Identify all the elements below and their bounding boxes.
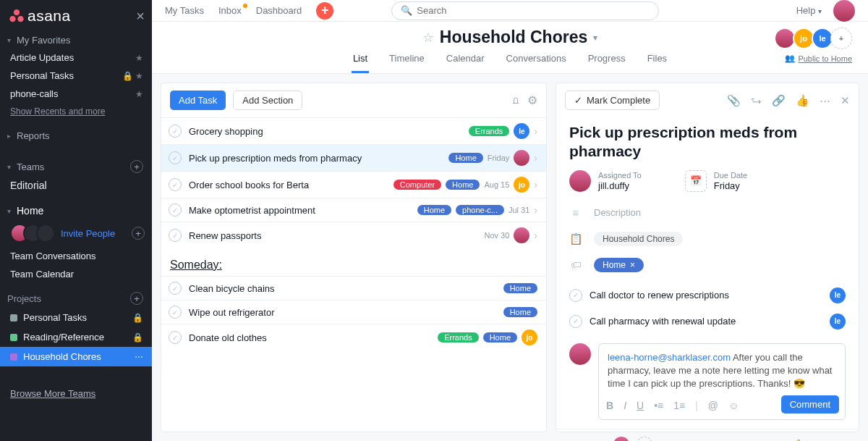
assignee-avatar[interactable] [514, 227, 529, 243]
more-actions-icon[interactable]: ⋯ [820, 94, 830, 107]
project-chip[interactable]: Household Chores [594, 232, 683, 246]
user-avatar[interactable] [833, 0, 855, 22]
project-tab-progress[interactable]: Progress [587, 53, 627, 73]
assignee-avatar[interactable]: le [514, 123, 529, 139]
sort-settings-icon[interactable]: ⚙ [527, 93, 537, 107]
task-row[interactable]: ✓ Make optometrist appointment Homephone… [161, 198, 546, 222]
complete-toggle[interactable]: ✓ [169, 125, 182, 138]
add-project-button[interactable]: + [130, 292, 143, 305]
numbered-list-icon[interactable]: 1≡ [673, 399, 685, 413]
sidebar-teams-header[interactable]: ▾Teams + [0, 154, 152, 176]
complete-toggle[interactable]: ✓ [169, 178, 182, 191]
tag-pill[interactable]: phone-c... [456, 205, 504, 215]
help-menu[interactable]: Help ▾ [796, 5, 822, 16]
sidebar-favorites-header[interactable]: ▾My Favorites [0, 29, 152, 49]
star-project-button[interactable]: ☆ [422, 30, 434, 46]
sidebar-favorite-item[interactable]: phone-calls★ [0, 85, 152, 103]
comment-textarea[interactable]: leena-horne@sharklaser.com After you cal… [598, 343, 846, 421]
close-detail-icon[interactable]: ✕ [841, 94, 850, 107]
sidebar-favorite-item[interactable]: Article Updates★ [0, 49, 152, 67]
add-task-button[interactable]: Add Task [170, 91, 226, 110]
project-tab-calendar[interactable]: Calendar [445, 53, 486, 73]
task-row[interactable]: ✓ Pick up prescription meds from pharmac… [161, 144, 546, 171]
task-row[interactable]: ✓ Clean bicycle chains Home [161, 276, 546, 300]
complete-toggle[interactable]: ✓ [169, 229, 182, 242]
section-someday-header[interactable]: Someday: [161, 248, 546, 276]
mention-icon[interactable]: @ [708, 399, 718, 413]
complete-toggle[interactable]: ✓ [569, 315, 582, 328]
add-follower-button[interactable]: + [637, 437, 652, 441]
tag-pill[interactable]: Home [483, 332, 517, 343]
nav-inbox[interactable]: Inbox [218, 5, 242, 16]
project-visibility[interactable]: 👥 Public to Home [785, 54, 852, 63]
sidebar-team-home-header[interactable]: ▾Home [0, 199, 152, 219]
project-tab-conversations[interactable]: Conversations [505, 53, 568, 73]
tag-pill[interactable]: Errands [438, 332, 479, 343]
add-member-button[interactable]: + [132, 227, 145, 240]
like-icon[interactable]: 👍 [796, 94, 809, 107]
task-row[interactable]: ✓ Renew passports Nov 30› [161, 222, 546, 248]
underline-icon[interactable]: U [637, 399, 644, 413]
subtask-icon[interactable]: ⮑ [751, 94, 762, 107]
assignee-filter-icon[interactable]: ⩍ [513, 93, 519, 107]
sidebar-team-editorial[interactable]: Editorial [0, 176, 152, 195]
sidebar-projects-header[interactable]: Projects + [0, 286, 152, 308]
sidebar-project-item[interactable]: Household Chores⋯ [0, 347, 152, 366]
task-row[interactable]: ✓ Grocery shopping Errandsle› [161, 117, 546, 144]
global-add-button[interactable]: + [316, 2, 333, 20]
task-row[interactable]: ✓ Wipe out refrigerator Home [161, 300, 546, 324]
assignee-avatar[interactable] [514, 150, 529, 166]
assignee-avatar[interactable]: jo [514, 177, 529, 193]
add-project-member[interactable]: + [830, 28, 852, 49]
complete-toggle[interactable]: ✓ [169, 331, 182, 344]
tag-pill[interactable]: Home [503, 307, 537, 317]
follower-avatar[interactable] [613, 437, 629, 441]
project-menu-chevron[interactable]: ▾ [593, 33, 597, 43]
tag-pill[interactable]: Home [446, 180, 480, 190]
task-row[interactable]: ✓ Donate old clothes ErrandsHomejo [161, 324, 546, 350]
sidebar-team-calendar[interactable]: Team Calendar [0, 265, 152, 283]
bullet-list-icon[interactable]: •≡ [654, 399, 663, 413]
assignee-avatar[interactable]: le [830, 314, 846, 329]
sidebar-project-item[interactable]: Personal Tasks🔒 [0, 308, 152, 327]
sidebar-favorite-item[interactable]: Personal Tasks🔒 ★ [0, 67, 152, 85]
subtask-row[interactable]: ✓Call doctor to renew prescriptionsle [556, 282, 859, 308]
invite-people-link[interactable]: Invite People [61, 228, 115, 239]
tag-pill[interactable]: Home [503, 283, 537, 293]
project-tab-list[interactable]: List [352, 53, 369, 73]
remove-tag-icon[interactable]: × [630, 260, 635, 270]
search-box[interactable]: 🔍 [391, 1, 659, 20]
nav-dashboard[interactable]: Dashboard [256, 5, 302, 16]
complete-toggle[interactable]: ✓ [169, 151, 182, 164]
assigned-to-field[interactable]: Assigned To jill.duffy [569, 170, 642, 192]
project-tab-timeline[interactable]: Timeline [388, 53, 426, 73]
emoji-icon[interactable]: ☺ [728, 399, 739, 413]
sidebar-collapse-icon[interactable]: × [136, 8, 145, 25]
complete-toggle[interactable]: ✓ [169, 203, 182, 217]
tag-pill[interactable]: Computer [393, 180, 441, 190]
attachment-icon[interactable]: 📎 [727, 94, 741, 107]
due-date-field[interactable]: 📅 Due Date Friday [685, 170, 747, 192]
copy-link-icon[interactable]: 🔗 [772, 94, 786, 107]
tag-pill[interactable]: Home [417, 205, 451, 215]
italic-icon[interactable]: I [624, 399, 626, 413]
show-recents-link[interactable]: Show Recents and more [0, 103, 152, 120]
tag-chip[interactable]: Home × [594, 258, 644, 272]
task-row[interactable]: ✓ Order school books for Berta ComputerH… [161, 171, 546, 198]
sidebar-reports-header[interactable]: ▸Reports [0, 125, 152, 144]
bold-icon[interactable]: B [606, 399, 613, 413]
search-input[interactable] [417, 5, 650, 16]
subtask-row[interactable]: ✓Call pharmacy with renewal updatele [556, 308, 859, 335]
detail-task-title[interactable]: Pick up prescription meds from pharmacy [556, 117, 859, 170]
complete-toggle[interactable]: ✓ [169, 282, 182, 295]
comment-author-link[interactable]: leena-horne@sharklaser.com [608, 352, 731, 363]
project-tab-files[interactable]: Files [646, 53, 668, 73]
add-team-button[interactable]: + [130, 160, 143, 173]
sidebar-project-item[interactable]: Reading/Reference🔒 [0, 327, 152, 347]
sidebar-team-conversations[interactable]: Team Conversations [0, 247, 152, 265]
add-section-button[interactable]: Add Section [233, 91, 302, 110]
complete-toggle[interactable]: ✓ [569, 289, 582, 302]
description-field[interactable]: ≡ Description [556, 199, 859, 226]
assignee-avatar[interactable]: le [830, 287, 846, 303]
tag-pill[interactable]: Home [448, 153, 482, 163]
